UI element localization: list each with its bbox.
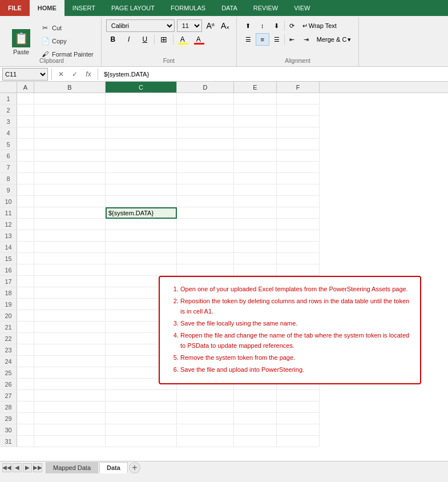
tab-page-layout[interactable]: PAGE LAYOUT [103, 0, 163, 16]
cell-F5[interactable] [277, 139, 320, 150]
row-num-15[interactable]: 15 [0, 253, 17, 264]
cell-D30[interactable] [177, 424, 234, 436]
cell-C30[interactable] [106, 424, 177, 436]
insert-function-button[interactable]: fx [83, 69, 94, 80]
cell-B27[interactable] [34, 390, 106, 401]
row-num-26[interactable]: 26 [0, 379, 17, 390]
cell-F16[interactable] [277, 264, 320, 276]
cell-F27[interactable] [277, 390, 320, 401]
increase-indent-button[interactable]: ⇥ [300, 33, 313, 46]
cell-D9[interactable] [177, 184, 234, 196]
row-num-14[interactable]: 14 [0, 242, 17, 253]
align-right-button[interactable]: ☰ [270, 33, 284, 46]
cell-D16[interactable] [177, 264, 234, 276]
cell-E11[interactable] [234, 207, 277, 219]
cell-C15[interactable] [106, 253, 177, 264]
cell-B10[interactable] [34, 196, 106, 207]
cell-reference-input[interactable]: C11 [2, 68, 48, 81]
cell-F11[interactable] [277, 207, 320, 219]
cell-A7[interactable] [17, 162, 34, 173]
cell-E8[interactable] [234, 173, 277, 184]
cell-C2[interactable] [106, 105, 177, 116]
cell-B19[interactable] [34, 299, 106, 310]
align-center-button[interactable]: ≡ [256, 33, 269, 46]
cell-F2[interactable] [277, 105, 320, 116]
row-num-11[interactable]: 11 [0, 207, 17, 219]
row-num-6[interactable]: 6 [0, 150, 17, 162]
col-header-a[interactable]: A [17, 82, 34, 93]
borders-button[interactable]: ⊞ [157, 33, 171, 46]
cell-E14[interactable] [234, 242, 277, 253]
row-num-20[interactable]: 20 [0, 310, 17, 322]
cell-B6[interactable] [34, 150, 106, 162]
cell-D6[interactable] [177, 150, 234, 162]
cell-C10[interactable] [106, 196, 177, 207]
confirm-formula-button[interactable]: ✓ [69, 69, 80, 80]
font-decrease-button[interactable]: Aₓ [219, 19, 232, 32]
cell-A21[interactable] [17, 322, 34, 333]
cell-C28[interactable] [106, 401, 177, 413]
sheet-tab-mapped-data[interactable]: Mapped Data [46, 462, 98, 473]
row-num-24[interactable]: 24 [0, 356, 17, 367]
cell-A29[interactable] [17, 413, 34, 424]
cell-C9[interactable] [106, 184, 177, 196]
tab-data[interactable]: DATA [213, 0, 245, 16]
cell-B22[interactable] [34, 333, 106, 344]
cell-A20[interactable] [17, 310, 34, 322]
cell-E30[interactable] [234, 424, 277, 436]
cell-F7[interactable] [277, 162, 320, 173]
cell-B28[interactable] [34, 401, 106, 413]
cell-D4[interactable] [177, 127, 234, 139]
cell-B4[interactable] [34, 127, 106, 139]
sheet-prev-button[interactable]: ◀ [13, 463, 22, 472]
row-num-12[interactable]: 12 [0, 219, 17, 230]
cell-D11[interactable] [177, 207, 234, 219]
row-num-13[interactable]: 13 [0, 230, 17, 242]
cell-F4[interactable] [277, 127, 320, 139]
cell-D1[interactable] [177, 93, 234, 105]
cell-B21[interactable] [34, 322, 106, 333]
row-num-2[interactable]: 2 [0, 105, 17, 116]
col-header-f[interactable]: F [277, 82, 320, 93]
cell-B17[interactable] [34, 276, 106, 287]
cell-F10[interactable] [277, 196, 320, 207]
cell-D7[interactable] [177, 162, 234, 173]
cell-B14[interactable] [34, 242, 106, 253]
cell-C3[interactable] [106, 116, 177, 127]
cell-B5[interactable] [34, 139, 106, 150]
cell-B30[interactable] [34, 424, 106, 436]
cell-E16[interactable] [234, 264, 277, 276]
cell-E7[interactable] [234, 162, 277, 173]
col-header-b[interactable]: B [34, 82, 106, 93]
cell-D2[interactable] [177, 105, 234, 116]
cancel-formula-button[interactable]: ✕ [55, 69, 67, 80]
align-bottom-button[interactable]: ⬇ [270, 19, 284, 32]
cell-F31[interactable] [277, 436, 320, 447]
cell-E13[interactable] [234, 230, 277, 242]
cell-B15[interactable] [34, 253, 106, 264]
cell-A12[interactable] [17, 219, 34, 230]
cell-F1[interactable] [277, 93, 320, 105]
cell-B29[interactable] [34, 413, 106, 424]
row-num-27[interactable]: 27 [0, 390, 17, 401]
cut-button[interactable]: ✂ Cut [38, 22, 96, 34]
cell-A11[interactable] [17, 207, 34, 219]
cell-E3[interactable] [234, 116, 277, 127]
cell-B9[interactable] [34, 184, 106, 196]
align-top-button[interactable]: ⬆ [241, 19, 255, 32]
cell-A13[interactable] [17, 230, 34, 242]
col-header-e[interactable]: E [234, 82, 277, 93]
row-num-7[interactable]: 7 [0, 162, 17, 173]
row-num-29[interactable]: 29 [0, 413, 17, 424]
cell-B11[interactable] [34, 207, 106, 219]
cell-C8[interactable] [106, 173, 177, 184]
cell-E9[interactable] [234, 184, 277, 196]
cell-D27[interactable] [177, 390, 234, 401]
cell-B16[interactable] [34, 264, 106, 276]
row-num-21[interactable]: 21 [0, 322, 17, 333]
cell-F9[interactable] [277, 184, 320, 196]
cell-C11[interactable]: ${system.DATA} [106, 207, 177, 219]
row-num-17[interactable]: 17 [0, 276, 17, 287]
cell-D12[interactable] [177, 219, 234, 230]
cell-E2[interactable] [234, 105, 277, 116]
